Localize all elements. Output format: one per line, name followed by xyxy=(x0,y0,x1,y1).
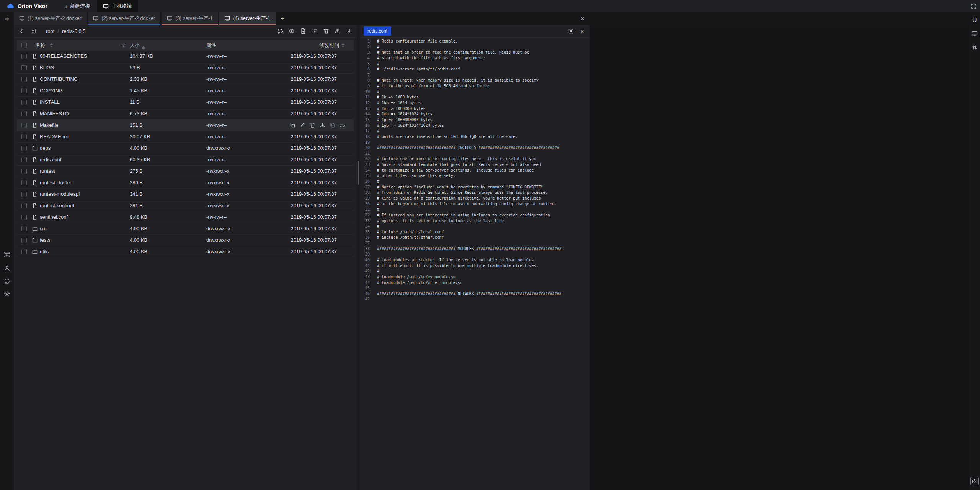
panel-divider[interactable] xyxy=(357,25,360,490)
add-tab-button[interactable]: + xyxy=(277,12,288,25)
preview-eye-icon[interactable] xyxy=(288,27,296,35)
delete-trash-icon[interactable] xyxy=(309,122,315,128)
file-name[interactable]: MANIFESTO xyxy=(40,111,69,116)
header-name[interactable]: 名称 xyxy=(31,42,130,49)
file-name[interactable]: deps xyxy=(40,145,51,151)
move-truck-icon[interactable] xyxy=(339,122,345,128)
file-name[interactable]: runtest-moduleapi xyxy=(40,191,80,197)
file-table-row[interactable]: COPYING 1.45 KB -rw-rw-r-- 2019-05-16 00… xyxy=(17,85,354,97)
settings-gear-icon[interactable] xyxy=(2,289,11,298)
file-table-row[interactable]: runtest-moduleapi 341 B -rwxrwxr-x 2019-… xyxy=(17,188,354,200)
file-table-row[interactable]: utils 4.00 KB drwxrwxr-x 2019-05-16 00:0… xyxy=(17,246,354,257)
save-icon[interactable] xyxy=(567,28,574,34)
close-panel-icon[interactable]: × xyxy=(577,12,588,25)
file-table-row[interactable]: INSTALL 11 B -rw-rw-r-- 2019-05-16 00:07… xyxy=(17,97,354,108)
row-checkbox[interactable] xyxy=(21,100,27,105)
row-checkbox[interactable] xyxy=(21,157,27,162)
session-tab[interactable]: (3) server-生产-1 xyxy=(162,12,218,25)
breadcrumb-segment[interactable]: root xyxy=(46,28,54,34)
command-icon[interactable] xyxy=(2,250,11,259)
sync-icon[interactable] xyxy=(2,276,11,285)
row-checkbox[interactable] xyxy=(21,88,27,93)
row-checkbox[interactable] xyxy=(21,180,27,185)
breadcrumb-segment[interactable]: redis-5.0.5 xyxy=(62,28,85,34)
session-tab[interactable]: (4) server-生产-1 xyxy=(219,12,276,25)
braces-icon[interactable]: {} xyxy=(971,16,978,24)
file-name[interactable]: redis.conf xyxy=(40,157,61,162)
file-name[interactable]: runtest xyxy=(40,168,55,174)
refresh-icon[interactable] xyxy=(276,27,284,35)
filter-funnel-icon[interactable] xyxy=(120,42,126,48)
session-tab[interactable]: (1) server-生产-2 docker xyxy=(14,12,87,25)
new-file-icon[interactable] xyxy=(299,27,307,35)
row-checkbox[interactable] xyxy=(21,77,27,82)
new-connection-button[interactable]: + 新建连接 xyxy=(60,0,94,12)
header-mtime[interactable]: 修改时间 xyxy=(283,42,354,49)
fullscreen-icon[interactable] xyxy=(967,0,980,12)
sort-carets-icon[interactable] xyxy=(142,46,145,50)
copy-icon[interactable] xyxy=(289,122,296,128)
file-name[interactable]: src xyxy=(40,226,46,231)
file-name[interactable]: BUGS xyxy=(40,65,54,70)
file-table-row[interactable]: CONTRIBUTING 2.33 KB -rw-rw-r-- 2019-05-… xyxy=(17,74,354,85)
row-checkbox[interactable] xyxy=(21,65,27,70)
directory-list-icon[interactable] xyxy=(29,27,37,35)
nav-host-terminal[interactable]: 主机终端 xyxy=(97,0,138,12)
file-table-row[interactable]: Makefile 151 B -rw-rw-r-- 2019-05-16 00:… xyxy=(17,120,354,131)
file-name[interactable]: COPYING xyxy=(40,88,63,93)
divider-handle[interactable] xyxy=(358,161,359,185)
upload-icon[interactable] xyxy=(334,27,341,35)
editor-file-tab[interactable]: redis.conf xyxy=(364,26,391,36)
download-icon[interactable] xyxy=(319,122,325,128)
file-name[interactable]: runtest-sentinel xyxy=(40,203,74,208)
file-name[interactable]: Makefile xyxy=(40,122,58,128)
file-name[interactable]: utils xyxy=(40,249,49,254)
row-checkbox[interactable] xyxy=(21,203,27,208)
file-table-row[interactable]: redis.conf 60.35 KB -rw-rw-r-- 2019-05-1… xyxy=(17,154,354,166)
file-table-row[interactable]: tests 4.00 KB drwxrwxr-x 2019-05-16 00:0… xyxy=(17,234,354,246)
row-checkbox[interactable] xyxy=(21,226,27,231)
screenshot-camera-icon[interactable] xyxy=(970,477,979,485)
file-table-row[interactable]: src 4.00 KB drwxrwxr-x 2019-05-16 00:07:… xyxy=(17,223,354,234)
file-name[interactable]: CONTRIBUTING xyxy=(40,76,78,82)
transfer-swap-icon[interactable] xyxy=(971,44,978,51)
sort-carets-icon[interactable] xyxy=(50,43,53,47)
session-tab[interactable]: (2) server-生产-2 docker xyxy=(88,12,160,25)
file-name[interactable]: 00-RELEASENOTES xyxy=(40,53,87,59)
file-table-row[interactable]: 00-RELEASENOTES 104.37 KB -rw-rw-r-- 201… xyxy=(17,51,354,62)
row-checkbox[interactable] xyxy=(21,249,27,254)
row-checkbox[interactable] xyxy=(21,192,27,197)
file-table-row[interactable]: BUGS 53 B -rw-rw-r-- 2019-05-16 00:07:37 xyxy=(17,62,354,74)
file-table-row[interactable]: runtest-sentinel 281 B -rwxrwxr-x 2019-0… xyxy=(17,200,354,211)
file-table-row[interactable]: README.md 20.07 KB -rw-rw-r-- 2019-05-16… xyxy=(17,131,354,143)
file-name[interactable]: INSTALL xyxy=(40,99,60,105)
user-icon[interactable] xyxy=(2,264,11,273)
row-checkbox[interactable] xyxy=(21,169,27,174)
delete-trash-icon[interactable] xyxy=(322,27,330,35)
file-table-row[interactable]: sentinel.conf 9.48 KB -rw-rw-r-- 2019-05… xyxy=(17,211,354,223)
new-folder-icon[interactable] xyxy=(311,27,318,35)
edit-pencil-icon[interactable] xyxy=(299,122,305,128)
editor-content[interactable]: 1# Redis configuration file example. 2# … xyxy=(360,38,590,490)
row-checkbox[interactable] xyxy=(21,215,27,220)
file-table-row[interactable]: runtest 275 B -rwxrwxr-x 2019-05-16 00:0… xyxy=(17,166,354,177)
row-checkbox[interactable] xyxy=(21,123,27,128)
row-checkbox[interactable] xyxy=(21,134,27,139)
sort-carets-icon[interactable] xyxy=(341,43,345,47)
select-all-checkbox[interactable] xyxy=(21,43,27,48)
download-icon[interactable] xyxy=(345,27,353,35)
file-table-row[interactable]: deps 4.00 KB drwxrwxr-x 2019-05-16 00:07… xyxy=(17,143,354,154)
back-icon[interactable] xyxy=(18,27,25,35)
file-name[interactable]: sentinel.conf xyxy=(40,214,68,220)
file-name[interactable]: tests xyxy=(40,237,50,243)
row-checkbox[interactable] xyxy=(21,54,27,59)
row-checkbox[interactable] xyxy=(21,238,27,243)
row-checkbox[interactable] xyxy=(21,146,27,151)
terminal-icon[interactable] xyxy=(971,30,978,38)
file-name[interactable]: README.md xyxy=(40,134,69,139)
sidebar-new-tab-button[interactable]: + xyxy=(2,15,11,24)
close-editor-icon[interactable]: × xyxy=(579,28,586,34)
file-table-row[interactable]: runtest-cluster 280 B -rwxrwxr-x 2019-05… xyxy=(17,177,354,188)
header-size[interactable]: 大小 xyxy=(130,42,206,49)
row-checkbox[interactable] xyxy=(21,111,27,116)
